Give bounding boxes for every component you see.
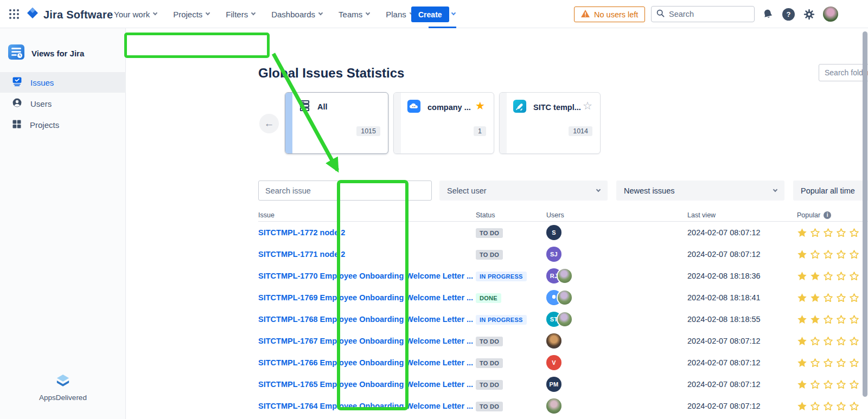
favorite-star-icon[interactable]: ★ — [475, 100, 485, 111]
nav-plans[interactable]: Plans — [386, 0, 413, 28]
star-outline-icon[interactable] — [849, 314, 859, 325]
search-folders-input[interactable] — [819, 64, 868, 81]
star-outline-icon[interactable] — [823, 293, 833, 303]
help-icon[interactable]: ? — [782, 0, 795, 28]
star-outline-icon[interactable] — [836, 293, 846, 303]
popular-rating[interactable] — [797, 228, 868, 238]
star-outline-icon[interactable] — [810, 228, 820, 238]
nav-teams[interactable]: Teams — [339, 0, 369, 28]
folder-card-company[interactable]: company ... ★ 1 — [393, 92, 494, 154]
star-outline-icon[interactable] — [849, 228, 859, 238]
notifications-bell-icon[interactable] — [762, 0, 774, 28]
select-user-dropdown[interactable]: Select user — [439, 181, 608, 201]
star-outline-icon[interactable] — [836, 379, 846, 390]
star-filled-icon[interactable] — [797, 293, 807, 303]
star-outline-icon[interactable] — [849, 293, 859, 303]
vertical-scrollbar[interactable] — [863, 31, 867, 397]
carousel-prev-button[interactable]: ← — [259, 114, 279, 133]
sidebar-item-users[interactable]: Users — [0, 93, 126, 114]
sidebar-item-projects[interactable]: Projects — [0, 114, 126, 135]
popular-rating[interactable] — [797, 314, 868, 325]
settings-gear-icon[interactable] — [803, 0, 815, 28]
star-outline-icon[interactable] — [849, 249, 859, 260]
issue-link[interactable]: SITCTMPL-1768 Employee Onboarding Welcom… — [258, 315, 473, 324]
search-issue-input[interactable] — [258, 181, 432, 201]
star-filled-icon[interactable] — [797, 271, 807, 281]
col-users[interactable]: Users — [546, 211, 687, 219]
star-outline-icon[interactable] — [836, 358, 846, 368]
star-outline-icon[interactable] — [836, 336, 846, 346]
issue-link[interactable]: SITCTMPL-1765 Employee Onboarding Welcom… — [258, 380, 473, 389]
star-filled-icon[interactable] — [797, 358, 807, 368]
star-outline-icon[interactable] — [823, 228, 833, 238]
popular-rating[interactable] — [797, 336, 868, 346]
star-filled-icon[interactable] — [797, 249, 807, 260]
issue-link[interactable]: SITCTMPL-1766 Employee Onboarding Welcom… — [258, 358, 473, 367]
star-outline-icon[interactable] — [810, 336, 820, 346]
jira-logo[interactable]: Jira Software — [26, 7, 113, 23]
star-outline-icon[interactable] — [823, 379, 833, 390]
star-outline-icon[interactable] — [836, 228, 846, 238]
star-outline-icon[interactable] — [823, 249, 833, 260]
star-outline-icon[interactable] — [836, 271, 846, 281]
create-button[interactable]: Create — [411, 7, 449, 22]
sidebar-app-header[interactable]: Views for Jira — [8, 43, 84, 63]
star-outline-icon[interactable] — [823, 358, 833, 368]
popular-range-dropdown[interactable]: Popular all time — [793, 181, 868, 201]
col-popular[interactable]: Populari — [797, 211, 868, 219]
issue-link[interactable]: SITCTMPL-1769 Employee Onboarding Welcom… — [258, 293, 473, 302]
star-filled-icon[interactable] — [797, 336, 807, 346]
sort-dropdown[interactable]: Newest issues — [616, 181, 784, 201]
issue-link[interactable]: SITCTMPL-1771 node 2 — [258, 250, 345, 259]
star-outline-icon[interactable] — [823, 271, 833, 281]
star-filled-icon[interactable] — [810, 271, 820, 281]
star-filled-icon[interactable] — [797, 379, 807, 390]
star-filled-icon[interactable] — [797, 228, 807, 238]
star-outline-icon[interactable] — [823, 401, 833, 411]
favorite-star-outline-icon[interactable]: ☆ — [583, 100, 592, 111]
star-outline-icon[interactable] — [849, 401, 859, 411]
star-outline-icon[interactable] — [810, 249, 820, 260]
user-avatar[interactable] — [823, 0, 838, 28]
star-filled-icon[interactable] — [810, 314, 820, 325]
col-last-view[interactable]: Last view — [687, 211, 797, 219]
star-outline-icon[interactable] — [849, 271, 859, 281]
no-users-left-warning[interactable]: No users left — [574, 7, 645, 22]
nav-dashboards[interactable]: Dashboards — [271, 0, 322, 28]
star-outline-icon[interactable] — [849, 358, 859, 368]
folder-card-all[interactable]: All 1015 — [285, 92, 388, 154]
star-outline-icon[interactable] — [849, 336, 859, 346]
star-outline-icon[interactable] — [823, 336, 833, 346]
issue-link[interactable]: SITCTMPL-1770 Employee Onboarding Welcom… — [258, 272, 473, 280]
col-issue[interactable]: Issue — [258, 211, 476, 219]
star-outline-icon[interactable] — [836, 314, 846, 325]
star-outline-icon[interactable] — [849, 379, 859, 390]
star-filled-icon[interactable] — [797, 314, 807, 325]
star-outline-icon[interactable] — [836, 401, 846, 411]
popular-rating[interactable] — [797, 249, 868, 260]
search-input[interactable] — [669, 10, 745, 18]
popular-rating[interactable] — [797, 271, 868, 281]
star-outline-icon[interactable] — [836, 249, 846, 260]
issue-link[interactable]: SITCTMPL-1767 Employee Onboarding Welcom… — [258, 337, 473, 345]
star-outline-icon[interactable] — [823, 314, 833, 325]
info-icon[interactable]: i — [824, 211, 831, 219]
star-outline-icon[interactable] — [810, 358, 820, 368]
issue-link[interactable]: SITCTMPL-1764 Employee Onboarding Welcom… — [258, 402, 473, 410]
col-status[interactable]: Status — [476, 211, 546, 219]
popular-rating[interactable] — [797, 293, 868, 303]
star-outline-icon[interactable] — [810, 379, 820, 390]
nav-filters[interactable]: Filters — [226, 0, 255, 28]
star-filled-icon[interactable] — [797, 401, 807, 411]
nav-your-work[interactable]: Your work — [114, 0, 157, 28]
sidebar-item-issues[interactable]: Issues — [0, 72, 126, 93]
popular-rating[interactable] — [797, 379, 868, 390]
popular-rating[interactable] — [797, 401, 868, 411]
popular-rating[interactable] — [797, 358, 868, 368]
star-filled-icon[interactable] — [810, 293, 820, 303]
issue-link[interactable]: SITCTMPL-1772 node 2 — [258, 228, 345, 237]
star-outline-icon[interactable] — [810, 401, 820, 411]
folder-card-sitc[interactable]: SITC templ... ☆ 1014 — [499, 92, 601, 154]
app-switcher-icon[interactable] — [9, 9, 20, 20]
nav-projects[interactable]: Projects — [173, 0, 209, 28]
